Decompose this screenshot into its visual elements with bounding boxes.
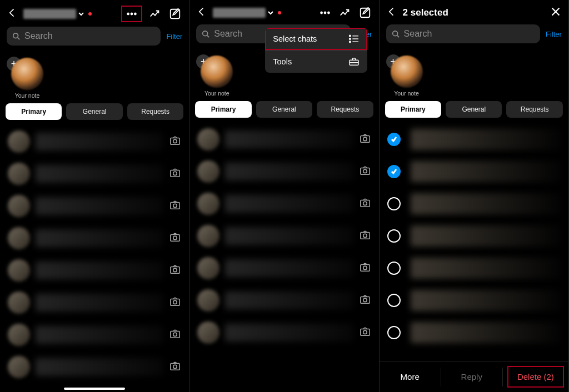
chat-row-selectable[interactable] xyxy=(380,252,568,284)
camera-button[interactable] xyxy=(169,263,181,278)
chat-row[interactable] xyxy=(189,252,378,284)
camera-button[interactable] xyxy=(359,164,371,179)
selection-checkbox[interactable] xyxy=(387,197,401,210)
menu-label: Select chats xyxy=(273,34,317,43)
chat-row[interactable] xyxy=(189,220,378,252)
chat-row-selectable[interactable] xyxy=(380,284,568,316)
more-options-button[interactable] xyxy=(121,6,142,22)
camera-button[interactable] xyxy=(169,134,181,149)
camera-icon xyxy=(169,167,181,179)
chat-row[interactable] xyxy=(0,190,189,222)
close-button[interactable] xyxy=(550,6,562,20)
more-options-button[interactable] xyxy=(318,6,332,20)
camera-button[interactable] xyxy=(169,360,181,374)
tab-general[interactable]: General xyxy=(256,101,312,118)
camera-button[interactable] xyxy=(359,325,371,340)
your-note[interactable]: + Your note xyxy=(387,56,426,97)
chat-row[interactable] xyxy=(0,351,189,383)
chat-row-selectable[interactable] xyxy=(380,316,568,349)
chat-row-selectable[interactable] xyxy=(380,220,568,252)
tab-requests[interactable]: Requests xyxy=(506,101,562,118)
tab-primary[interactable]: Primary xyxy=(6,103,62,120)
account-switcher[interactable] xyxy=(213,8,281,18)
your-note[interactable]: + Your note xyxy=(197,56,236,97)
chat-row[interactable] xyxy=(189,284,378,316)
action-reply[interactable]: Reply xyxy=(441,361,502,392)
back-button[interactable] xyxy=(386,6,397,19)
svg-point-33 xyxy=(203,31,208,36)
svg-rect-44 xyxy=(360,296,370,303)
chat-row[interactable] xyxy=(189,188,378,220)
filter-link[interactable]: Filter xyxy=(166,32,182,41)
svg-rect-38 xyxy=(360,200,370,207)
chat-row[interactable] xyxy=(0,125,189,158)
chevron-down-icon xyxy=(268,10,273,16)
compose-button[interactable] xyxy=(168,7,182,21)
chat-row[interactable] xyxy=(0,158,189,190)
selection-checkbox[interactable] xyxy=(387,133,401,146)
menu-tools[interactable]: Tools xyxy=(265,50,367,73)
svg-rect-11 xyxy=(171,234,180,241)
search-placeholder: Search xyxy=(24,31,53,41)
svg-point-8 xyxy=(173,172,177,175)
search-input[interactable]: Search xyxy=(386,24,540,43)
tab-general[interactable]: General xyxy=(66,103,122,120)
svg-rect-9 xyxy=(171,202,180,209)
camera-button[interactable] xyxy=(169,167,181,181)
notification-dot-icon xyxy=(278,11,281,14)
back-button[interactable] xyxy=(7,7,18,21)
header xyxy=(0,0,189,27)
svg-point-26 xyxy=(350,38,351,40)
selection-checkbox[interactable] xyxy=(387,262,401,275)
header: 2 selected xyxy=(380,0,568,24)
tab-primary[interactable]: Primary xyxy=(195,101,251,118)
back-arrow-icon xyxy=(196,6,207,17)
action-delete[interactable]: Delete (2) xyxy=(505,364,566,390)
chat-row[interactable] xyxy=(189,316,378,349)
chat-row[interactable] xyxy=(189,123,378,155)
camera-button[interactable] xyxy=(169,231,181,245)
svg-point-6 xyxy=(173,139,177,143)
camera-icon xyxy=(359,132,371,144)
activity-button[interactable] xyxy=(148,7,162,21)
chat-row[interactable] xyxy=(0,319,189,351)
your-note[interactable]: + Your note xyxy=(8,58,47,99)
account-switcher[interactable] xyxy=(23,9,92,19)
chat-row[interactable] xyxy=(0,254,189,287)
selection-checkbox[interactable] xyxy=(387,229,401,243)
camera-button[interactable] xyxy=(359,293,371,308)
chat-row[interactable] xyxy=(189,155,378,188)
camera-button[interactable] xyxy=(359,261,371,275)
tab-requests[interactable]: Requests xyxy=(317,101,373,118)
username-redacted xyxy=(213,8,266,18)
selection-checkbox[interactable] xyxy=(387,294,401,307)
camera-button[interactable] xyxy=(359,132,371,147)
compose-button[interactable] xyxy=(358,6,372,20)
back-button[interactable] xyxy=(196,6,207,19)
menu-select-chats[interactable]: Select chats xyxy=(265,28,367,50)
search-input[interactable]: Search xyxy=(7,27,161,46)
chat-row[interactable] xyxy=(0,287,189,319)
camera-button[interactable] xyxy=(169,199,181,213)
camera-button[interactable] xyxy=(359,229,371,243)
search-placeholder: Search xyxy=(214,29,242,39)
chat-preview-redacted xyxy=(36,358,163,376)
tab-primary[interactable]: Primary xyxy=(385,101,441,118)
tab-general[interactable]: General xyxy=(446,101,502,118)
camera-button[interactable] xyxy=(169,328,181,342)
camera-button[interactable] xyxy=(359,197,371,211)
svg-point-25 xyxy=(350,35,351,37)
action-more[interactable]: More xyxy=(380,361,441,392)
svg-point-41 xyxy=(363,234,366,237)
selection-checkbox[interactable] xyxy=(387,165,401,178)
svg-point-18 xyxy=(173,333,177,336)
chat-row[interactable] xyxy=(0,222,189,254)
tab-requests[interactable]: Requests xyxy=(127,103,183,120)
chat-row-selectable[interactable] xyxy=(380,123,568,155)
filter-link[interactable]: Filter xyxy=(546,30,562,38)
chat-row-selectable[interactable] xyxy=(380,188,568,220)
chat-row-selectable[interactable] xyxy=(380,155,568,188)
camera-button[interactable] xyxy=(169,295,181,310)
selection-checkbox[interactable] xyxy=(387,326,401,339)
activity-button[interactable] xyxy=(338,6,352,20)
